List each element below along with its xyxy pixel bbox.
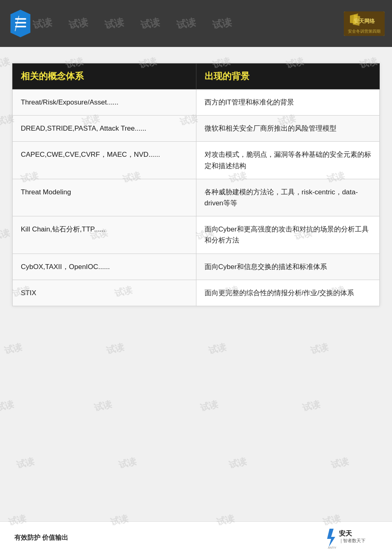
watermark: 试读 — [105, 341, 125, 357]
header-watermark: 试读 — [68, 16, 89, 32]
watermark: 试读 — [309, 341, 330, 357]
watermark: 试读 — [0, 398, 15, 414]
table-row: CAPEC,CWE,CVE,CVRF，MAEC，NVD......对攻击模式，脆… — [13, 142, 380, 179]
table-header-row: 相关的概念体系 出现的背景 — [13, 64, 380, 89]
table-body: Threat/Risk/Exposure/Asset......西方的IT管理和… — [13, 89, 380, 306]
concept-table: 相关的概念体系 出现的背景 Threat/Risk/Exposure/Asset… — [12, 63, 380, 306]
header-watermark: 试读 — [104, 16, 125, 32]
table-row: CybOX,TAXII，OpenIOC......面向Cyber和信息交换的描述… — [13, 254, 380, 280]
watermark: 试读 — [117, 455, 138, 472]
concept-cell: Threat Modeling — [13, 179, 196, 216]
logo-area: ANTIY — [7, 8, 34, 39]
concept-cell: Threat/Risk/Exposure/Asset...... — [13, 89, 196, 116]
header-watermark: 试读 — [212, 16, 233, 32]
header-watermark: 试读 — [176, 16, 197, 32]
col2-header: 出现的背景 — [196, 64, 380, 89]
watermark: 试读 — [227, 455, 248, 472]
background-cell: 面向Cyber和更高强度的攻击和对抗的场景的分析工具和分析方法 — [196, 216, 380, 254]
svg-text:智者数天下: 智者数天下 — [343, 538, 365, 543]
header: ANTIY 试读 试读 试读 试读 试读 试读 安天网络 安全冬训营第四期 — [0, 0, 392, 47]
background-cell: 对攻击模式，脆弱点，漏洞等各种基础的安全元素的标定和描述结构 — [196, 142, 380, 179]
col1-header-text: 相关的概念体系 — [21, 71, 84, 81]
table-row: STIX面向更完整的综合性的情报分析/作业/交换的体系 — [13, 280, 380, 306]
watermark: 试读 — [207, 341, 227, 357]
brand-badge-icon: 安天网络 安全冬训营第四期 — [344, 11, 385, 36]
watermark: 试读 — [3, 341, 23, 357]
svg-text:安全冬训营第四期: 安全冬训营第四期 — [348, 29, 381, 33]
watermark: 试读 — [93, 398, 113, 414]
header-watermark: 试读 — [140, 16, 161, 32]
background-cell: 微软和相关安全厂商所推出的风险管理模型 — [196, 116, 380, 142]
footer-brand-icon: 安天 ｜ 智者数天下 ANTIY — [325, 527, 378, 549]
watermark: 试读 — [330, 455, 350, 472]
watermark: 试读 — [0, 227, 11, 243]
background-cell: 各种威胁建模的方法论，工具，risk-centric，data-driven等等 — [196, 179, 380, 216]
header-watermark-area: 试读 试读 试读 试读 试读 试读 — [33, 0, 339, 47]
table-row: Threat Modeling各种威胁建模的方法论，工具，risk-centri… — [13, 179, 380, 216]
header-watermark: 试读 — [33, 16, 53, 32]
main-content: 相关的概念体系 出现的背景 Threat/Risk/Exposure/Asset… — [12, 63, 380, 306]
svg-marker-11 — [327, 529, 335, 547]
watermark: 试读 — [0, 55, 11, 71]
concept-cell: STIX — [13, 280, 196, 306]
antiy-logo-icon: ANTIY — [7, 8, 34, 39]
background-cell: 西方的IT管理和标准化的背景 — [196, 89, 380, 116]
background-cell: 面向更完整的综合性的情报分析/作业/交换的体系 — [196, 280, 380, 306]
col2-header-text: 出现的背景 — [205, 71, 249, 81]
concept-cell: CAPEC,CWE,CVE,CVRF，MAEC，NVD...... — [13, 142, 196, 179]
table-row: DREAD,STRIDE,PASTA, Attack Tree......微软和… — [13, 116, 380, 142]
footer: 有效防护 价值输出 安天 ｜ 智者数天下 ANTIY — [0, 521, 392, 554]
svg-text:安天: 安天 — [339, 530, 352, 537]
watermark: 试读 — [15, 455, 36, 472]
background-cell: 面向Cyber和信息交换的描述和标准体系 — [196, 254, 380, 280]
concept-cell: CybOX,TAXII，OpenIOC...... — [13, 254, 196, 280]
table-row: Kill Chain,钻石分析,TTP......面向Cyber和更高强度的攻击… — [13, 216, 380, 254]
svg-text:ANTIY: ANTIY — [328, 546, 336, 549]
brand-badge: 安天网络 安全冬训营第四期 — [344, 11, 385, 36]
watermark: 试读 — [301, 398, 321, 414]
footer-left-text: 有效防护 价值输出 — [14, 534, 68, 542]
concept-cell: DREAD,STRIDE,PASTA, Attack Tree...... — [13, 116, 196, 142]
table-row: Threat/Risk/Exposure/Asset......西方的IT管理和… — [13, 89, 380, 116]
concept-cell: Kill Chain,钻石分析,TTP...... — [13, 216, 196, 254]
footer-right-logo: 安天 ｜ 智者数天下 ANTIY — [325, 527, 378, 549]
watermark: 试读 — [199, 398, 219, 414]
svg-text:安天网络: 安天网络 — [353, 18, 375, 24]
header-right-brand: 安天网络 安全冬训营第四期 — [344, 11, 385, 36]
col1-header: 相关的概念体系 — [13, 64, 196, 89]
